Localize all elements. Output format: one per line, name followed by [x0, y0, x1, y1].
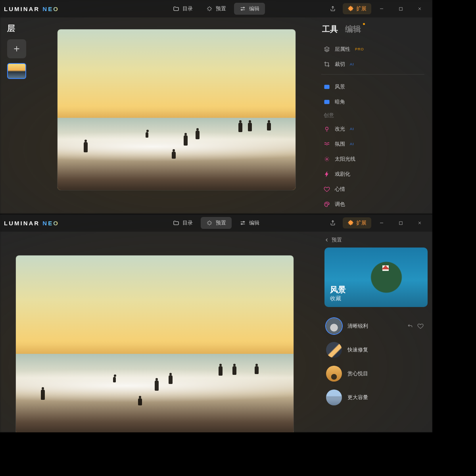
preset-thumbnail: [326, 318, 342, 334]
tab-presets[interactable]: 预置: [201, 217, 232, 229]
preset-thumbnail: [326, 366, 342, 382]
layers-panel: 层: [0, 17, 36, 214]
svg-point-7: [326, 158, 328, 160]
folder-icon: [173, 6, 179, 12]
puzzle-icon: [347, 6, 354, 12]
tab-edit[interactable]: 编辑: [234, 217, 265, 229]
layers-icon: [324, 46, 330, 52]
layers-title: 层: [7, 23, 29, 34]
tool-landscape[interactable]: 风景: [321, 79, 424, 94]
tab-catalog[interactable]: 目录: [167, 217, 198, 229]
tools-panel: 工具 编辑 层属性 PRO 裁切 AI 风景 暗角 创意: [317, 17, 432, 214]
add-layer-button[interactable]: [7, 39, 26, 58]
tab-edit[interactable]: 编辑: [234, 3, 265, 15]
ai-badge: AI: [350, 142, 354, 146]
svg-point-6: [326, 127, 328, 130]
preset-category-title: 风景: [330, 284, 346, 295]
window-maximize[interactable]: [392, 3, 409, 15]
tool-toning[interactable]: 调色: [321, 197, 424, 212]
svg-point-10: [328, 203, 328, 204]
sliders-icon: [240, 220, 246, 226]
heart-icon[interactable]: [417, 323, 424, 329]
svg-point-1: [241, 9, 242, 10]
window-maximize[interactable]: [392, 217, 409, 229]
tool-crop[interactable]: 裁切 AI: [321, 57, 424, 72]
puzzle-icon: [347, 220, 354, 226]
heart-icon: [324, 186, 330, 192]
presets-panel: 预置 风景 收藏 清晰锐利 快速修复: [317, 232, 432, 432]
main-image[interactable]: [16, 255, 294, 432]
preset-item[interactable]: 清晰锐利: [324, 314, 425, 338]
tab-label: 编辑: [249, 5, 259, 12]
sparkle-icon: [206, 220, 213, 226]
tool-dramatic[interactable]: 戏剧化: [321, 167, 424, 182]
preset-item[interactable]: 赏心悦目: [324, 362, 425, 386]
main-image[interactable]: [58, 29, 296, 190]
window-close[interactable]: [411, 217, 428, 229]
preset-item[interactable]: 快速修复: [324, 338, 425, 362]
tool-mood[interactable]: 心情: [321, 182, 424, 197]
share-button[interactable]: [326, 3, 340, 15]
bolt-icon: [324, 171, 330, 177]
tool-vignette[interactable]: 暗角: [321, 94, 424, 109]
svg-point-5: [325, 101, 328, 103]
app-logo: LUMINAR NEO: [4, 6, 59, 12]
preset-category-subtitle: 收藏: [330, 295, 346, 302]
ai-badge: AI: [350, 127, 354, 131]
preset-thumbnail: [326, 390, 342, 405]
titlebar-bottom: LUMINAR NEO 目录 预置 编辑 扩展: [0, 214, 432, 232]
vignette-icon: [324, 99, 330, 105]
tab-catalog[interactable]: 目录: [167, 3, 198, 15]
svg-point-0: [243, 7, 244, 8]
presets-back[interactable]: 预置: [324, 236, 425, 244]
svg-point-8: [326, 203, 326, 204]
preset-thumbnail: [326, 342, 342, 358]
pro-badge: PRO: [355, 47, 364, 51]
divider: [321, 74, 424, 75]
window-minimize[interactable]: [373, 3, 390, 15]
chevron-left-icon: [324, 237, 329, 243]
titlebar-top: LUMINAR NEO 目录 预置 编辑 扩展: [0, 0, 432, 17]
panel-tab-tools[interactable]: 工具: [322, 24, 338, 35]
app-logo: LUMINAR NEO: [4, 220, 59, 226]
svg-point-9: [326, 203, 327, 203]
preset-category-hero[interactable]: 风景 收藏: [324, 248, 428, 307]
extensions-label: 扩展: [356, 5, 367, 12]
waves-icon: [324, 141, 330, 147]
tool-layer-properties[interactable]: 层属性 PRO: [321, 42, 424, 57]
svg-point-11: [243, 221, 244, 223]
share-icon: [330, 220, 336, 226]
sparkle-icon: [206, 6, 213, 12]
window-minimize[interactable]: [373, 217, 390, 229]
layer-thumbnail[interactable]: [7, 63, 26, 79]
palette-icon: [324, 201, 330, 207]
share-button[interactable]: [326, 217, 340, 229]
crop-icon: [324, 61, 330, 67]
section-creative: 创意: [321, 109, 424, 121]
sliders-icon: [240, 6, 246, 12]
image-icon: [324, 84, 330, 90]
svg-point-12: [241, 223, 242, 225]
undo-icon[interactable]: [407, 323, 413, 329]
ai-badge: AI: [350, 62, 354, 66]
tool-relight[interactable]: 改光 AI: [321, 121, 424, 136]
preset-item[interactable]: 更大容量: [324, 386, 425, 409]
svg-rect-13: [399, 221, 402, 224]
canvas-area: [36, 17, 317, 214]
extensions-button[interactable]: 扩展: [343, 217, 371, 228]
tab-presets[interactable]: 预置: [201, 3, 232, 15]
share-icon: [330, 6, 336, 12]
plus-icon: [12, 44, 21, 53]
folder-icon: [173, 220, 179, 226]
window-close[interactable]: [411, 3, 428, 15]
canvas-area: [0, 232, 317, 432]
tab-label: 目录: [182, 5, 193, 12]
tool-atmosphere[interactable]: 氛围 AI: [321, 136, 424, 152]
tab-label: 预置: [216, 5, 226, 12]
svg-rect-2: [399, 7, 402, 10]
tool-sunrays[interactable]: 太阳光线: [321, 152, 424, 167]
sun-icon: [324, 156, 330, 162]
bulb-icon: [324, 126, 330, 132]
extensions-button[interactable]: 扩展: [343, 3, 371, 14]
panel-tab-edit[interactable]: 编辑: [345, 24, 361, 35]
